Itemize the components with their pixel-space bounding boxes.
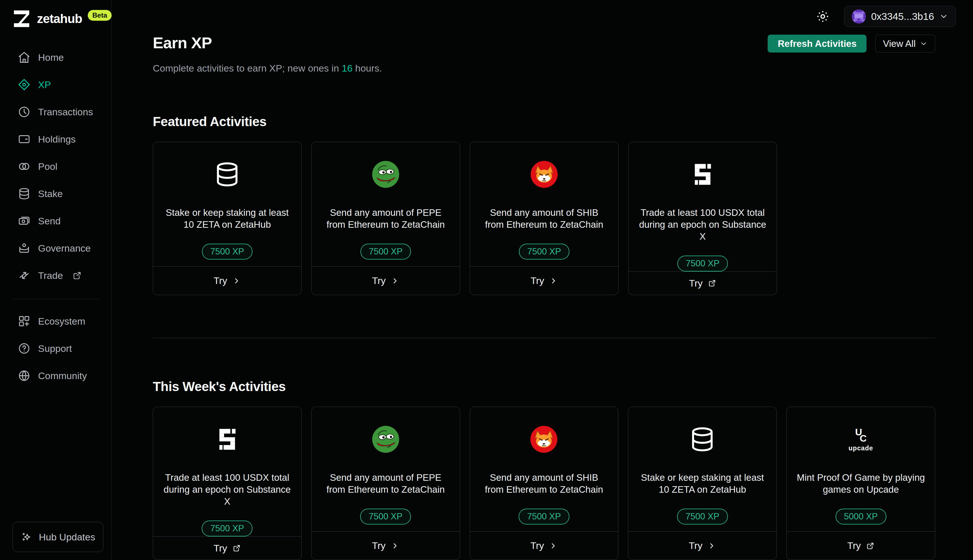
activity-title: Send any amount of SHIB from Ethereum to… [480, 207, 608, 231]
sidebar-item-home[interactable]: Home [0, 44, 111, 71]
sidebar-item-label: Ecosystem [38, 316, 85, 327]
hub-updates-button[interactable]: Hub Updates [12, 522, 103, 552]
sidebar-item-stake[interactable]: Stake [0, 180, 111, 207]
sidebar-item-governance[interactable]: Governance [0, 235, 111, 262]
chevron-right-icon [391, 277, 399, 285]
subtitle-suffix: hours. [352, 63, 382, 73]
ecosystem-grid-icon [18, 315, 31, 328]
activity-title: Send any amount of SHIB from Ethereum to… [480, 472, 608, 495]
sidebar-item-label: Trade [38, 270, 63, 281]
try-button[interactable]: Try [153, 267, 302, 295]
external-link-icon [72, 271, 82, 280]
substance-x-icon [690, 162, 715, 187]
activity-card: Send any amount of SHIB from Ethereum to… [470, 407, 618, 560]
sidebar-item-label: Transactions [38, 107, 93, 118]
wallet-button[interactable]: 0x3345...3b16 [844, 6, 956, 27]
section-title-featured: Featured Activities [153, 114, 935, 129]
card-body: Send any amount of SHIB from Ethereum to… [470, 142, 618, 267]
sidebar-item-ecosystem[interactable]: Ecosystem [0, 308, 111, 335]
database-icon [18, 187, 31, 200]
brand-logo[interactable]: zetahub Beta [0, 0, 111, 29]
sidebar-item-label: Home [38, 52, 64, 63]
activity-title: Trade at least 100 USDX total during an … [163, 472, 292, 507]
trade-arrows-icon [18, 269, 31, 282]
sidebar-item-pool[interactable]: Pool [0, 153, 111, 180]
try-label: Try [530, 275, 544, 286]
home-icon [18, 51, 31, 64]
card-body: Send any amount of PEPE from Ethereum to… [312, 407, 460, 531]
sidebar-item-transactions[interactable]: Transactions [0, 98, 111, 125]
sidebar-item-support[interactable]: Support [0, 335, 111, 362]
external-link-icon [866, 542, 875, 550]
sidebar-item-community[interactable]: Community [0, 362, 111, 389]
wallet-card-icon [18, 133, 31, 146]
featured-cards-row: Stake or keep staking at least 10 ZETA o… [153, 142, 935, 295]
sidebar-item-label: Send [38, 215, 60, 227]
beta-badge: Beta [88, 10, 112, 21]
try-button[interactable]: Try [312, 531, 460, 560]
wallet-address: 0x3345...3b16 [871, 11, 934, 22]
globe-icon [18, 369, 31, 382]
try-button[interactable]: Try [470, 531, 618, 560]
main-content: 0x3345...3b16 Earn XP Complete activitie… [112, 0, 973, 560]
card-body: Trade at least 100 USDX total during an … [628, 142, 777, 272]
chevron-down-icon [939, 12, 948, 21]
sidebar-item-trade[interactable]: Trade [0, 262, 111, 289]
try-button[interactable]: Try [312, 267, 460, 295]
upcade-wordmark: upcade [849, 444, 873, 452]
chevron-right-icon [549, 277, 558, 285]
try-label: Try [372, 275, 386, 286]
chevron-right-icon [549, 542, 558, 550]
sidebar-item-label: Pool [38, 161, 57, 172]
xp-badge: 5000 XP [836, 508, 886, 525]
try-button[interactable]: Try [628, 531, 776, 560]
sidebar: zetahub Beta Home XP Transactions Holdin… [0, 0, 112, 560]
chevron-down-icon [920, 40, 928, 48]
shib-icon [530, 160, 558, 188]
card-body: Send any amount of PEPE from Ethereum to… [312, 142, 460, 267]
card-body: Send any amount of SHIB from Ethereum to… [470, 407, 618, 531]
activity-title: Stake or keep staking at least 10 ZETA o… [163, 207, 292, 231]
wallet-avatar [852, 9, 866, 23]
database-icon [213, 160, 241, 188]
activity-card: Stake or keep staking at least 10 ZETA o… [153, 142, 302, 295]
card-body: upcade Mint Proof Of Game by playing gam… [787, 407, 935, 531]
upcade-icon [850, 427, 871, 443]
try-button[interactable]: Try [470, 267, 618, 295]
card-body: Trade at least 100 USDX total during an … [153, 407, 302, 537]
try-label: Try [847, 540, 861, 551]
subtitle-prefix: Complete activities to earn XP; new ones… [153, 63, 342, 73]
xp-badge: 7500 XP [677, 256, 728, 272]
chevron-right-icon [232, 277, 241, 285]
external-link-icon [232, 544, 241, 552]
activity-card: Trade at least 100 USDX total during an … [628, 142, 777, 295]
external-link-icon [708, 279, 716, 287]
chevron-right-icon [708, 542, 716, 550]
banknote-icon [18, 214, 31, 227]
refresh-activities-button[interactable]: Refresh Activities [768, 35, 866, 53]
try-button[interactable]: Try [787, 531, 935, 560]
try-button[interactable]: Try [153, 537, 302, 560]
zetahub-logo-icon [12, 8, 32, 29]
activity-card: upcade Mint Proof Of Game by playing gam… [786, 407, 935, 560]
page-actions: Refresh Activities View All [768, 35, 935, 53]
week-cards-row: Trade at least 100 USDX total during an … [153, 407, 935, 560]
sidebar-item-holdings[interactable]: Holdings [0, 125, 111, 153]
chevron-right-icon [391, 542, 399, 550]
sidebar-item-xp[interactable]: XP [0, 71, 111, 98]
substance-x-icon [215, 427, 240, 452]
try-button[interactable]: Try [628, 272, 777, 295]
try-label: Try [689, 540, 702, 551]
sidebar-item-label: Governance [38, 243, 91, 254]
help-circle-icon [18, 342, 31, 355]
sidebar-item-send[interactable]: Send [0, 207, 111, 235]
activity-title: Mint Proof Of Game by playing games on U… [796, 472, 925, 495]
brand-name: zetahub [37, 12, 82, 26]
sidebar-nav: Home XP Transactions Holdings Pool Stake… [0, 44, 111, 389]
activity-title: Stake or keep staking at least 10 ZETA o… [638, 472, 766, 495]
theme-toggle-button[interactable] [815, 9, 830, 24]
pepe-icon [372, 160, 400, 188]
view-all-button[interactable]: View All [875, 35, 935, 53]
try-label: Try [213, 543, 227, 554]
try-label: Try [530, 540, 544, 551]
